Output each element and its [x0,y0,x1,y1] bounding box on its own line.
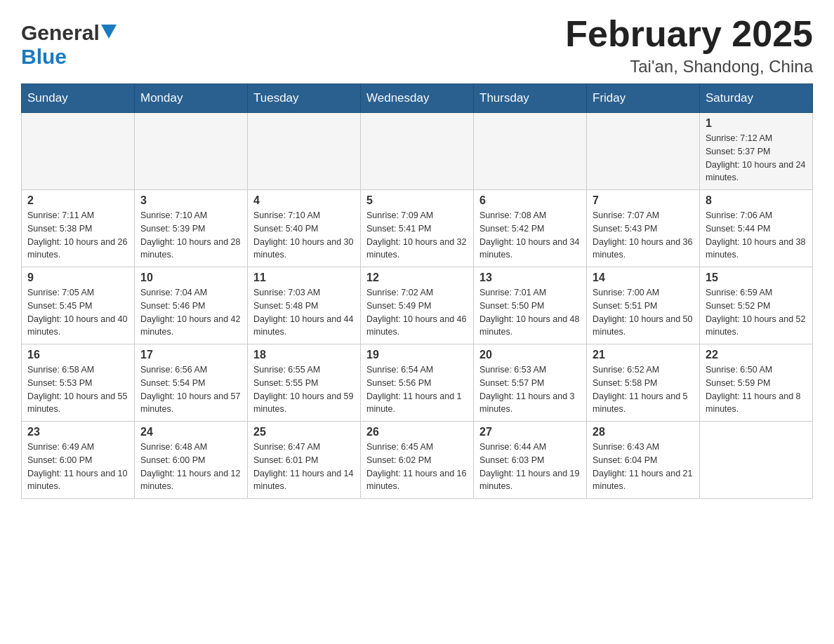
calendar-day-cell: 14Sunrise: 7:00 AM Sunset: 5:51 PM Dayli… [587,267,700,344]
day-number: 6 [479,194,581,207]
calendar-day-cell: 27Sunrise: 6:44 AM Sunset: 6:03 PM Dayli… [474,422,587,499]
day-info: Sunrise: 6:44 AM Sunset: 6:03 PM Dayligh… [479,441,581,493]
calendar-day-cell: 3Sunrise: 7:10 AM Sunset: 5:39 PM Daylig… [135,190,248,267]
calendar-day-cell: 1Sunrise: 7:12 AM Sunset: 5:37 PM Daylig… [700,113,813,190]
calendar-day-cell: 5Sunrise: 7:09 AM Sunset: 5:41 PM Daylig… [361,190,474,267]
day-number: 15 [706,271,807,284]
calendar-day-cell: 12Sunrise: 7:02 AM Sunset: 5:49 PM Dayli… [361,267,474,344]
calendar-week-row: 23Sunrise: 6:49 AM Sunset: 6:00 PM Dayli… [22,422,813,499]
day-of-week-header: Friday [587,84,700,113]
day-info: Sunrise: 6:47 AM Sunset: 6:01 PM Dayligh… [253,441,355,493]
day-info: Sunrise: 6:53 AM Sunset: 5:57 PM Dayligh… [479,363,581,416]
calendar-week-row: 9Sunrise: 7:05 AM Sunset: 5:45 PM Daylig… [22,267,813,344]
day-info: Sunrise: 6:55 AM Sunset: 5:55 PM Dayligh… [253,363,355,416]
calendar-table: SundayMondayTuesdayWednesdayThursdayFrid… [21,83,813,499]
day-number: 8 [706,194,807,207]
day-number: 17 [140,349,241,361]
day-number: 3 [140,194,241,207]
calendar-day-cell: 9Sunrise: 7:05 AM Sunset: 5:45 PM Daylig… [22,267,135,344]
day-number: 11 [253,271,355,284]
day-info: Sunrise: 6:52 AM Sunset: 5:58 PM Dayligh… [593,363,694,416]
svg-marker-0 [101,25,117,39]
calendar-day-cell: 21Sunrise: 6:52 AM Sunset: 5:58 PM Dayli… [587,344,700,422]
calendar-day-cell: 18Sunrise: 6:55 AM Sunset: 5:55 PM Dayli… [248,344,361,422]
day-info: Sunrise: 7:03 AM Sunset: 5:48 PM Dayligh… [253,286,355,339]
calendar-day-cell: 28Sunrise: 6:43 AM Sunset: 6:04 PM Dayli… [587,422,700,499]
day-of-week-header: Sunday [22,84,135,113]
day-info: Sunrise: 7:08 AM Sunset: 5:42 PM Dayligh… [479,209,581,262]
calendar-header-row: SundayMondayTuesdayWednesdayThursdayFrid… [22,84,813,113]
day-number: 19 [366,349,468,361]
day-number: 9 [27,271,128,284]
day-number: 25 [253,426,355,438]
day-info: Sunrise: 7:11 AM Sunset: 5:38 PM Dayligh… [27,209,128,262]
day-of-week-header: Saturday [700,84,813,113]
day-number: 1 [706,117,807,130]
page-header: General Blue February 2025 Tai'an, Shand… [21,14,813,76]
calendar-day-cell: 2Sunrise: 7:11 AM Sunset: 5:38 PM Daylig… [22,190,135,267]
calendar-day-cell: 8Sunrise: 7:06 AM Sunset: 5:44 PM Daylig… [700,190,813,267]
day-info: Sunrise: 7:02 AM Sunset: 5:49 PM Dayligh… [366,286,468,339]
calendar-week-row: 16Sunrise: 6:58 AM Sunset: 5:53 PM Dayli… [22,344,813,422]
page-subtitle: Tai'an, Shandong, China [565,57,813,76]
day-number: 18 [253,349,355,361]
day-of-week-header: Thursday [474,84,587,113]
day-info: Sunrise: 7:10 AM Sunset: 5:40 PM Dayligh… [253,209,355,262]
calendar-week-row: 2Sunrise: 7:11 AM Sunset: 5:38 PM Daylig… [22,190,813,267]
day-info: Sunrise: 6:45 AM Sunset: 6:02 PM Dayligh… [366,441,468,493]
calendar-day-cell: 10Sunrise: 7:04 AM Sunset: 5:46 PM Dayli… [135,267,248,344]
logo-general-text: General [21,21,100,45]
day-info: Sunrise: 6:43 AM Sunset: 6:04 PM Dayligh… [593,441,694,493]
calendar-day-cell [587,113,700,190]
day-of-week-header: Wednesday [361,84,474,113]
calendar-day-cell: 17Sunrise: 6:56 AM Sunset: 5:54 PM Dayli… [135,344,248,422]
day-number: 5 [366,194,468,207]
day-number: 2 [27,194,128,207]
calendar-day-cell: 7Sunrise: 7:07 AM Sunset: 5:43 PM Daylig… [587,190,700,267]
calendar-week-row: 1Sunrise: 7:12 AM Sunset: 5:37 PM Daylig… [22,113,813,190]
day-number: 7 [593,194,694,207]
calendar-day-cell [474,113,587,190]
day-info: Sunrise: 6:58 AM Sunset: 5:53 PM Dayligh… [27,363,128,416]
page-title: February 2025 [565,14,813,54]
day-number: 12 [366,271,468,284]
logo-arrow-icon [101,25,117,39]
day-info: Sunrise: 6:56 AM Sunset: 5:54 PM Dayligh… [140,363,241,416]
day-number: 23 [27,426,128,438]
calendar-day-cell [22,113,135,190]
day-info: Sunrise: 7:09 AM Sunset: 5:41 PM Dayligh… [366,209,468,262]
day-number: 16 [27,349,128,361]
day-info: Sunrise: 6:50 AM Sunset: 5:59 PM Dayligh… [706,363,807,416]
day-number: 26 [366,426,468,438]
calendar-day-cell: 23Sunrise: 6:49 AM Sunset: 6:00 PM Dayli… [22,422,135,499]
calendar-day-cell: 26Sunrise: 6:45 AM Sunset: 6:02 PM Dayli… [361,422,474,499]
day-number: 27 [479,426,581,438]
day-number: 4 [253,194,355,207]
calendar-day-cell [361,113,474,190]
day-of-week-header: Tuesday [248,84,361,113]
day-number: 28 [593,426,694,438]
day-info: Sunrise: 7:04 AM Sunset: 5:46 PM Dayligh… [140,286,241,339]
day-info: Sunrise: 6:59 AM Sunset: 5:52 PM Dayligh… [706,286,807,339]
calendar-day-cell: 15Sunrise: 6:59 AM Sunset: 5:52 PM Dayli… [700,267,813,344]
day-number: 14 [593,271,694,284]
day-info: Sunrise: 6:54 AM Sunset: 5:56 PM Dayligh… [366,363,468,416]
day-info: Sunrise: 7:06 AM Sunset: 5:44 PM Dayligh… [706,209,807,262]
calendar-day-cell: 6Sunrise: 7:08 AM Sunset: 5:42 PM Daylig… [474,190,587,267]
calendar-day-cell: 25Sunrise: 6:47 AM Sunset: 6:01 PM Dayli… [248,422,361,499]
calendar-day-cell: 20Sunrise: 6:53 AM Sunset: 5:57 PM Dayli… [474,344,587,422]
day-info: Sunrise: 6:48 AM Sunset: 6:00 PM Dayligh… [140,441,241,493]
day-number: 22 [706,349,807,361]
calendar-day-cell [135,113,248,190]
calendar-day-cell: 4Sunrise: 7:10 AM Sunset: 5:40 PM Daylig… [248,190,361,267]
day-info: Sunrise: 7:10 AM Sunset: 5:39 PM Dayligh… [140,209,241,262]
day-of-week-header: Monday [135,84,248,113]
day-info: Sunrise: 7:01 AM Sunset: 5:50 PM Dayligh… [479,286,581,339]
calendar-day-cell: 16Sunrise: 6:58 AM Sunset: 5:53 PM Dayli… [22,344,135,422]
calendar-day-cell: 13Sunrise: 7:01 AM Sunset: 5:50 PM Dayli… [474,267,587,344]
day-number: 24 [140,426,241,438]
title-area: February 2025 Tai'an, Shandong, China [565,14,813,76]
day-info: Sunrise: 7:05 AM Sunset: 5:45 PM Dayligh… [27,286,128,339]
day-number: 21 [593,349,694,361]
logo: General Blue [21,14,117,69]
